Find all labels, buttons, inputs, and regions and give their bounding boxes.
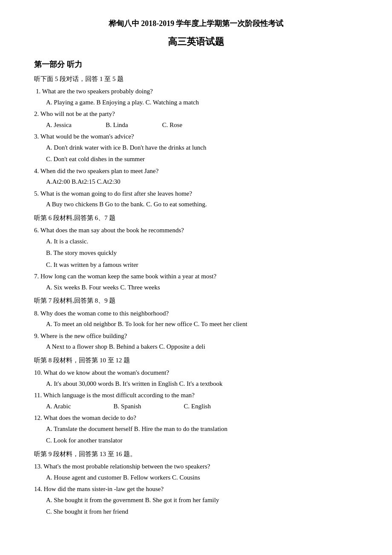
- q7-num: 7.: [34, 273, 39, 280]
- q12-options-ab: A. Translate the document herself B. Hir…: [34, 424, 358, 435]
- q9-text: Where is the new office building?: [39, 332, 127, 339]
- question-5: 5. What is the woman going to do first a…: [34, 188, 358, 210]
- sub4-instruction: 听第 9 段材料，回答第 13 至 16 题。: [34, 449, 358, 460]
- question-10: 10. What do we know about the woman's do…: [34, 367, 358, 389]
- sub1-instruction: 听第 6 段材料,回答第 6、7 题: [34, 213, 358, 224]
- q13-text: What's the most probable relationship be…: [42, 463, 210, 470]
- q2-num: 2.: [34, 110, 39, 117]
- q6-text: What does the man say about the book he …: [39, 227, 184, 234]
- sub2-instruction: 听第 7 段材料,回答第 8、9 题: [34, 295, 358, 306]
- q5-text: What is the woman going to do first afte…: [39, 190, 192, 197]
- q12-num: 12.: [34, 414, 42, 421]
- q12-text: What does the woman decide to do?: [42, 414, 136, 421]
- question-2: 2. Who will not be at the party? A. Jess…: [34, 109, 358, 130]
- question-1: 1. What are the two speakers probably do…: [34, 86, 358, 108]
- q11-options: A. Arabic B. Spanish C. English: [34, 401, 358, 412]
- question-11: 11. Which language is the most difficult…: [34, 390, 358, 412]
- q10-text: What do we know about the woman's docume…: [42, 369, 169, 376]
- question-9: 9. Where is the new office building? A N…: [34, 331, 358, 353]
- q6-options-b: B. The story moves quickly: [34, 248, 358, 259]
- q9-num: 9.: [34, 332, 39, 339]
- question-4: 4. When did the two speakers plan to mee…: [34, 166, 358, 188]
- question-6: 6. What does the man say about the book …: [34, 225, 358, 270]
- sub3-instruction: 听第 8 段材料，回答第 10 至 12 题: [34, 355, 358, 366]
- q8-options: A. To meet an old neighbor B. To look fo…: [34, 319, 358, 330]
- q1-num: 1.: [34, 88, 40, 95]
- section1-title: 第一部分 听力: [34, 58, 358, 71]
- q5-options: A Buy two chickens B Go to the bank. C. …: [34, 199, 358, 210]
- q1-options: A. Playing a game. B Enjoying a play. C.…: [34, 97, 358, 108]
- question-13: 13. What's the most probable relationshi…: [34, 461, 358, 483]
- q14-options-c: C. She bought it from her friend: [34, 506, 358, 517]
- q13-num: 13.: [34, 463, 42, 470]
- q7-options: A. Six weeks B. Four weeks C. Three week…: [34, 282, 358, 293]
- header-title: 桦甸八中 2018-2019 学年度上学期第一次阶段性考试: [34, 17, 358, 30]
- q2-options: A. Jessica B. Linda C. Rose: [34, 120, 358, 131]
- q14-text: How did the mans sister-in -law get the …: [42, 486, 164, 492]
- q3-options-c: C. Don't eat cold dishes in the summer: [34, 154, 358, 165]
- q7-text: How long can the woman keep the same boo…: [39, 273, 216, 280]
- q10-options: A. It's about 30,000 words B. It's writt…: [34, 379, 358, 390]
- q4-num: 4.: [34, 168, 39, 174]
- question-8: 8. Why does the woman come to this neigh…: [34, 308, 358, 330]
- q3-num: 3.: [34, 133, 39, 140]
- q6-options-c: C. It was written by a famous writer: [34, 260, 358, 271]
- question-7: 7. How long can the woman keep the same …: [34, 271, 358, 293]
- question-14: 14. How did the mans sister-in -law get …: [34, 484, 358, 517]
- q2-text: Who will not be at the party?: [39, 110, 115, 117]
- q14-options-ab: A. She bought it from the government B. …: [34, 495, 358, 506]
- q14-num: 14.: [34, 486, 42, 492]
- q13-options: A. House agent and customer B. Fellow wo…: [34, 472, 358, 483]
- q1-text: What are the two speakers probably doing…: [40, 88, 153, 95]
- q12-options-c: C. Look for another translator: [34, 435, 358, 446]
- q11-text: Which language is the most difficult acc…: [42, 392, 195, 399]
- section1-instruction: 听下面 5 段对话，回答 1 至 5 题: [34, 74, 358, 85]
- q8-num: 8.: [34, 310, 39, 317]
- q3-options-a: A. Don't drink water with ice B. Don't h…: [34, 142, 358, 153]
- q4-options: A.At2:00 B.At2:15 C.At2:30: [34, 176, 358, 188]
- q6-num: 6.: [34, 227, 39, 234]
- page-container: 桦甸八中 2018-2019 学年度上学期第一次阶段性考试 高三英语试题 第一部…: [34, 17, 358, 517]
- question-3: 3. What would be the woman's advice? A. …: [34, 131, 358, 165]
- q6-options-a: A. It is a classic.: [34, 236, 358, 247]
- q8-text: Why does the woman come to this neighbor…: [39, 310, 169, 317]
- q9-options: A Next to a flower shop B. Behind a bake…: [34, 341, 358, 353]
- header-subtitle: 高三英语试题: [34, 34, 358, 49]
- q11-num: 11.: [34, 392, 42, 399]
- q4-text: When did the two speakers plan to meet J…: [39, 168, 159, 174]
- question-12: 12. What does the woman decide to do? A.…: [34, 413, 358, 446]
- q10-num: 10.: [34, 369, 42, 376]
- q5-num: 5.: [34, 190, 39, 197]
- q3-text: What would be the woman's advice?: [39, 133, 134, 140]
